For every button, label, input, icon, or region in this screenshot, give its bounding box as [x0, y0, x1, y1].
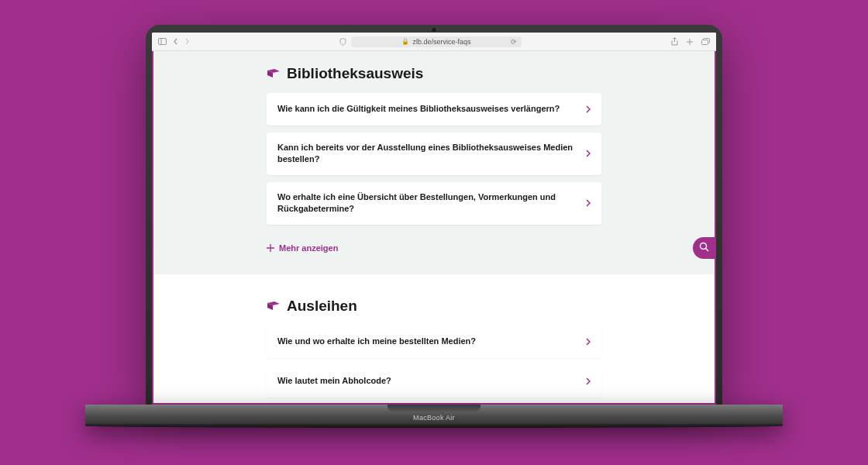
show-more-label: Mehr anzeigen	[279, 243, 338, 253]
svg-line-5	[705, 249, 708, 252]
url-bar[interactable]: 🔒 zlb.de/service-faqs ⟳	[351, 36, 522, 47]
laptop-notch	[388, 405, 480, 412]
forward-icon[interactable]	[184, 38, 190, 45]
section-title: Ausleihen	[287, 298, 357, 315]
chevron-right-icon	[586, 102, 591, 116]
chevron-right-icon	[586, 146, 591, 160]
chevron-right-icon	[586, 196, 591, 210]
svg-rect-0	[159, 39, 167, 45]
sidebar-toggle-icon[interactable]	[158, 38, 167, 45]
url-text: zlb.de/service-faqs	[412, 38, 470, 46]
faq-item[interactable]: Wie kann ich die Gültigkeit meines Bibli…	[267, 93, 601, 126]
lock-icon: 🔒	[401, 38, 409, 45]
plus-icon	[267, 244, 274, 252]
new-tab-icon[interactable]	[686, 38, 694, 46]
faq-question: Wo erhalte ich eine Übersicht über Beste…	[277, 191, 577, 215]
faq-item[interactable]: Kann ich bereits vor der Ausstellung ein…	[267, 133, 601, 175]
chevron-right-icon	[586, 335, 591, 349]
faq-question: Kann ich bereits vor der Ausstellung ein…	[277, 142, 577, 166]
site-content: Bibliotheksausweis Wie kann ich die Gült…	[152, 51, 716, 405]
laptop-base-edge	[85, 424, 783, 428]
faq-item[interactable]: Wo erhalte ich eine Übersicht über Beste…	[267, 182, 601, 225]
book-icon	[267, 301, 281, 312]
faq-question: Wie lautet mein Abholcode?	[277, 375, 391, 387]
screen: 🔒 zlb.de/service-faqs ⟳	[152, 33, 716, 405]
browser-toolbar: 🔒 zlb.de/service-faqs ⟳	[152, 33, 716, 51]
share-icon[interactable]	[671, 37, 678, 46]
camera-dot	[432, 28, 436, 32]
search-icon	[699, 241, 709, 255]
laptop-mockup: 🔒 zlb.de/service-faqs ⟳	[146, 25, 722, 426]
faq-question: Wie kann ich die Gültigkeit meines Bibli…	[277, 103, 560, 115]
faq-section-bibliotheksausweis: Bibliotheksausweis Wie kann ich die Gült…	[153, 51, 715, 274]
shield-icon[interactable]	[339, 38, 346, 46]
section-heading: Ausleihen	[267, 298, 601, 315]
book-icon	[267, 68, 281, 79]
faq-list: Wie und wo erhalte ich meine bestellten …	[267, 326, 601, 398]
faq-question: Wie und wo erhalte ich meine bestellten …	[277, 336, 476, 347]
laptop-label: MacBook Air	[413, 414, 455, 422]
show-more-button[interactable]: Mehr anzeigen	[267, 243, 601, 253]
tabs-icon[interactable]	[701, 38, 710, 45]
laptop-base: MacBook Air	[85, 405, 783, 426]
refresh-icon[interactable]: ⟳	[511, 38, 517, 46]
faq-item[interactable]: Wie lautet mein Abholcode?	[267, 365, 601, 398]
chevron-right-icon	[586, 374, 591, 388]
svg-point-4	[700, 243, 706, 250]
section-heading: Bibliotheksausweis	[267, 65, 601, 82]
faq-item[interactable]: Wie und wo erhalte ich meine bestellten …	[267, 326, 601, 358]
back-icon[interactable]	[173, 38, 178, 45]
faq-list: Wie kann ich die Gültigkeit meines Bibli…	[267, 93, 601, 225]
section-title: Bibliotheksausweis	[287, 65, 423, 82]
svg-rect-3	[702, 40, 708, 45]
laptop-screen-bezel: 🔒 zlb.de/service-faqs ⟳	[146, 25, 722, 405]
search-fab[interactable]	[693, 237, 715, 259]
faq-section-ausleihen: Ausleihen Wie und wo erhalte ich meine b…	[153, 274, 715, 405]
